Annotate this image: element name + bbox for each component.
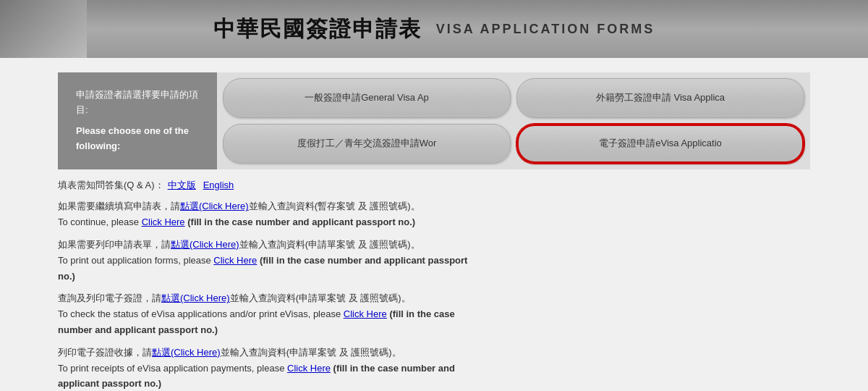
info-block-3-en: To check the status of eVisa application… [58, 307, 810, 322]
info-block-4-en-cont: applicant passport no.) [58, 377, 810, 391]
selection-area: 申請簽證者請選擇要申請的項目: Please choose one of the… [58, 72, 810, 169]
evisa-button[interactable]: 電子簽證申請eVisa Applicatio [516, 124, 804, 164]
click-here-link-4[interactable]: 點選(Click Here) [152, 347, 221, 358]
working-holiday-visa-button[interactable]: 度假打工／青年交流簽證申請Wor [223, 124, 511, 164]
header-title-zh: 中華民國簽證申請表 [213, 14, 422, 44]
click-here-link-1-en[interactable]: Click Here [142, 216, 185, 227]
info-block-2-en-cont: no.) [58, 269, 810, 285]
info-block-3: 查詢及列印電子簽證，請點選(Click Here)並輸入查詢資料(申請單案號 及… [58, 291, 810, 337]
click-here-link-3-en[interactable]: Click Here [344, 308, 387, 319]
info-block-4-zh: 列印電子簽證收據，請點選(Click Here)並輸入查詢資料(申請單案號 及 … [58, 345, 810, 361]
header-title-en: VISA APPLICATION FORMS [436, 22, 655, 37]
info-section: 填表需知問答集(Q & A)： 中文版 English 如果需要繼續填寫申請表，… [58, 177, 810, 391]
click-here-link-1[interactable]: 點選(Click Here) [180, 201, 249, 211]
info-block-4-en: To print receipts of eVisa application p… [58, 361, 810, 377]
qa-line: 填表需知問答集(Q & A)： 中文版 English [58, 177, 810, 193]
click-here-link-3[interactable]: 點選(Click Here) [161, 293, 230, 303]
selection-label: 申請簽證者請選擇要申請的項目: Please choose one of the… [58, 72, 217, 169]
info-block-3-zh: 查詢及列印電子簽證，請點選(Click Here)並輸入查詢資料(申請單案號 及… [58, 291, 810, 306]
foreign-worker-visa-button[interactable]: 外籍勞工簽證申請 Visa Applica [516, 78, 804, 118]
page-header: 中華民國簽證申請表 VISA APPLICATION FORMS [0, 0, 868, 58]
info-block-3-en-cont: number and applicant passport no.) [58, 323, 810, 338]
info-block-2-en: To print out application forms, please C… [58, 253, 810, 269]
info-block-4: 列印電子簽證收據，請點選(Click Here)並輸入查詢資料(申請單案號 及 … [58, 345, 810, 391]
qa-label: 填表需知問答集(Q & A)： [58, 177, 164, 193]
visa-buttons-grid: 一般簽證申請General Visa Ap 外籍勞工簽證申請 Visa Appl… [217, 72, 810, 169]
click-here-link-2-en[interactable]: Click Here [213, 255, 257, 266]
info-block-1-zh: 如果需要繼續填寫申請表，請點選(Click Here)並輸入查詢資料(暫存案號 … [58, 199, 810, 214]
qa-link-en[interactable]: English [203, 177, 234, 193]
click-here-link-4-en[interactable]: Click Here [287, 363, 331, 374]
info-block-2-zh: 如果需要列印申請表單，請點選(Click Here)並輸入查詢資料(申請單案號 … [58, 237, 810, 253]
qa-link-zh[interactable]: 中文版 [168, 177, 196, 193]
general-visa-button[interactable]: 一般簽證申請General Visa Ap [223, 78, 511, 118]
info-block-1: 如果需要繼續填寫申請表，請點選(Click Here)並輸入查詢資料(暫存案號 … [58, 199, 810, 230]
info-block-2: 如果需要列印申請表單，請點選(Click Here)並輸入查詢資料(申請單案號 … [58, 237, 810, 284]
selection-label-zh: 申請簽證者請選擇要申請的項目: [76, 88, 199, 118]
selection-label-en: Please choose one of the following: [76, 124, 199, 154]
click-here-link-2[interactable]: 點選(Click Here) [171, 239, 239, 250]
info-block-1-en: To continue, please Click Here (fill in … [58, 215, 810, 230]
